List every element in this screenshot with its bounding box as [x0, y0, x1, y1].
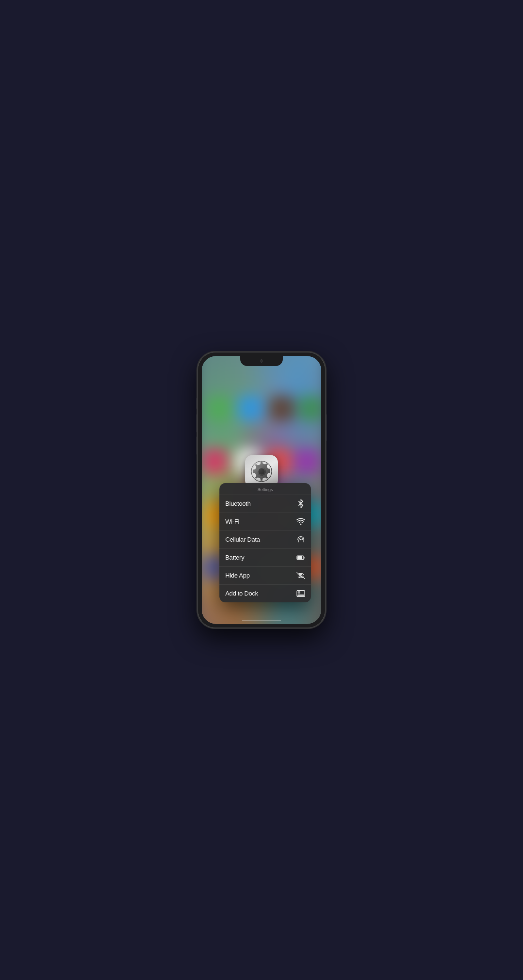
volume-down-button[interactable]	[196, 436, 198, 455]
home-indicator[interactable]	[242, 620, 281, 621]
scene: Settings Bluetooth Wi-Fi	[177, 330, 346, 650]
menu-item-hide-label: Hide App	[225, 572, 250, 579]
settings-icon-graphic	[245, 455, 278, 488]
notch	[240, 356, 283, 366]
svg-rect-12	[297, 556, 302, 559]
battery-icon	[297, 554, 305, 562]
menu-item-bluetooth-label: Bluetooth	[225, 500, 251, 508]
mute-button[interactable]	[196, 398, 198, 409]
dock-icon	[297, 589, 305, 598]
menu-item-battery-label: Battery	[225, 554, 244, 561]
menu-item-dock-label: Add to Dock	[225, 590, 258, 597]
menu-title: Settings	[219, 483, 311, 495]
svg-point-7	[300, 523, 301, 525]
cellular-icon	[297, 535, 305, 544]
svg-rect-15	[297, 595, 304, 596]
hide-icon	[297, 571, 305, 580]
menu-item-wifi[interactable]: Wi-Fi	[219, 513, 311, 531]
menu-item-dock[interactable]: Add to Dock	[219, 585, 311, 602]
phone-screen: Settings Bluetooth Wi-Fi	[202, 356, 321, 624]
svg-point-8	[300, 539, 302, 541]
svg-rect-16	[298, 591, 300, 593]
menu-item-hide[interactable]: Hide App	[219, 567, 311, 585]
settings-app-icon[interactable]	[245, 455, 278, 488]
bluetooth-icon	[297, 500, 305, 508]
menu-item-battery[interactable]: Battery	[219, 549, 311, 567]
volume-up-button[interactable]	[196, 414, 198, 433]
context-menu: Settings Bluetooth Wi-Fi	[219, 483, 311, 602]
gear-svg	[250, 460, 273, 482]
menu-item-cellular-label: Cellular Data	[225, 536, 260, 543]
svg-point-2	[258, 468, 265, 474]
power-button[interactable]	[325, 414, 327, 441]
wifi-icon	[297, 517, 305, 526]
phone-frame: Settings Bluetooth Wi-Fi	[198, 352, 325, 628]
front-camera	[260, 360, 263, 363]
menu-item-bluetooth[interactable]: Bluetooth	[219, 495, 311, 513]
menu-item-wifi-label: Wi-Fi	[225, 518, 239, 525]
menu-item-cellular[interactable]: Cellular Data	[219, 531, 311, 549]
